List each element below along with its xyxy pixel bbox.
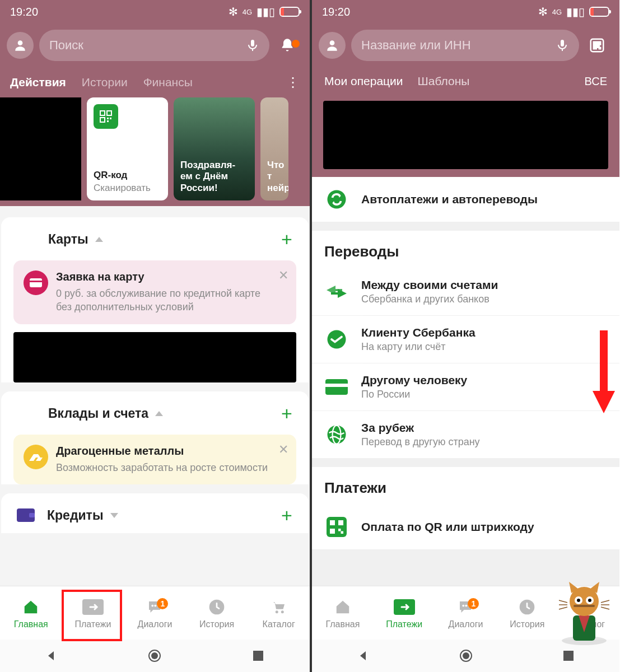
status-bar: 19:20 ✻ 4G ▮▮▯: [0, 0, 310, 24]
transfers-header: Переводы: [312, 231, 619, 268]
section-cards-header[interactable]: Карты +: [1, 228, 309, 260]
story-qr[interactable]: QR-код Сканировать: [87, 97, 168, 200]
tab-finances[interactable]: Финансы: [143, 76, 193, 89]
svg-point-22: [330, 40, 335, 45]
svg-rect-39: [330, 529, 335, 534]
chevron-down-icon: [110, 513, 118, 518]
svg-rect-33: [325, 384, 348, 387]
nav-home[interactable]: Главная: [315, 597, 371, 629]
story-neuro[interactable]: Что т нейро: [260, 97, 288, 200]
bottom-nav: Главная Платежи 1 Диалоги История Катало…: [0, 586, 310, 640]
search-field[interactable]: [39, 30, 269, 61]
promo-metals[interactable]: Драгоценные металлы Возможность заработа…: [13, 435, 296, 484]
transfer-own-accounts[interactable]: Между своими счетамиСбербанка и других б…: [312, 268, 619, 315]
nav-label: Платежи: [386, 619, 422, 629]
nav-payments[interactable]: Платежи: [65, 597, 121, 629]
all-button[interactable]: ВСЕ: [585, 75, 607, 88]
promo-text: Возможность заработать на росте стоимост…: [56, 461, 268, 474]
card-icon: [24, 270, 48, 295]
list-sub: По России: [361, 389, 467, 400]
status-indicators: ✻ 4G ▮▮▯: [538, 5, 609, 18]
section-credits: Кредиты +: [1, 493, 309, 533]
story-redacted[interactable]: [0, 97, 81, 200]
transfer-sber-client[interactable]: Клиенту СбербанкаНа карту или счёт: [312, 316, 619, 363]
header: 19:20 ✻ 4G ▮▮▯ Мои операции Шаблоны В: [312, 0, 619, 177]
svg-rect-9: [30, 281, 42, 282]
close-icon[interactable]: ✕: [278, 442, 288, 457]
tab-stories[interactable]: Истории: [82, 76, 128, 89]
add-deposit-button[interactable]: +: [278, 403, 295, 424]
system-nav: [0, 640, 310, 672]
search-input[interactable]: [361, 38, 550, 53]
profile-button[interactable]: [319, 32, 346, 59]
pay-by-qr[interactable]: Оплата по QR или штрихкоду: [312, 505, 619, 549]
sber-icon: [324, 327, 349, 352]
back-button[interactable]: [352, 645, 375, 667]
section-deposits-title: Вклады и счета: [48, 406, 148, 421]
stories-row: QR-код Сканировать Поздравля- ем с Днём …: [0, 97, 310, 206]
nav-catalog[interactable]: Каталог: [251, 597, 307, 629]
mic-icon[interactable]: [556, 39, 569, 52]
nav-label: Каталог: [263, 619, 295, 629]
svg-rect-38: [338, 520, 343, 525]
nav-home[interactable]: Главная: [3, 597, 59, 629]
search-field[interactable]: [351, 30, 579, 61]
back-button[interactable]: [40, 645, 63, 667]
svg-rect-8: [30, 278, 42, 287]
qr-icon: [94, 104, 118, 129]
chevron-up-icon: [95, 237, 103, 242]
nav-history[interactable]: История: [499, 597, 555, 629]
svg-rect-27: [594, 46, 596, 49]
add-credit-button[interactable]: +: [278, 505, 295, 526]
home-button[interactable]: [143, 645, 166, 667]
nav-payments[interactable]: Платежи: [376, 597, 432, 629]
tab-templates[interactable]: Шаблоны: [418, 74, 470, 88]
payments-header: Платежи: [312, 467, 619, 505]
recents-button[interactable]: [247, 645, 269, 667]
profile-button[interactable]: [7, 32, 34, 59]
tabs: Действия Истории Финансы ⋮: [0, 67, 310, 97]
notifications-button[interactable]: [275, 38, 300, 53]
svg-rect-2: [100, 111, 105, 115]
story-russia-day[interactable]: Поздравля- ем с Днём России!: [174, 97, 255, 200]
transfer-abroad[interactable]: За рубежПеревод в другую страну: [312, 411, 619, 458]
autopay-row[interactable]: Автоплатежи и автопереводы: [312, 177, 619, 222]
autopay-icon: [324, 187, 349, 212]
transfer-other-person[interactable]: Другому человекуПо России: [312, 363, 619, 410]
network-icon: 4G: [243, 8, 252, 16]
promo-title: Драгоценные металлы: [56, 445, 268, 458]
add-card-button[interactable]: +: [278, 228, 295, 250]
recents-button[interactable]: [557, 645, 580, 667]
svg-rect-23: [561, 40, 564, 46]
battery-icon: [589, 7, 609, 17]
nav-label: Диалоги: [449, 619, 483, 629]
svg-point-30: [328, 190, 346, 209]
section-deposits-header[interactable]: Вклады и счета +: [1, 403, 309, 435]
section-deposits: Вклады и счета + Драгоценные металлы Воз…: [1, 391, 309, 484]
nav-dialogs[interactable]: 1 Диалоги: [437, 597, 493, 629]
nav-dialogs[interactable]: 1 Диалоги: [127, 597, 183, 629]
clock-icon: [206, 597, 228, 617]
system-nav: [312, 640, 619, 672]
svg-rect-1: [251, 40, 254, 46]
close-icon[interactable]: ✕: [278, 268, 288, 283]
svg-rect-41: [341, 531, 344, 534]
search-input[interactable]: [49, 38, 240, 53]
cart-icon: [268, 597, 290, 617]
qr-scan-button[interactable]: [585, 37, 609, 54]
svg-rect-11: [29, 513, 35, 517]
section-credits-header[interactable]: Кредиты +: [1, 505, 309, 530]
promo-card-application[interactable]: Заявка на карту 0 руб. за обслуживание п…: [13, 260, 296, 324]
nav-catalog[interactable]: Каталог: [561, 597, 617, 629]
tab-my-operations[interactable]: Мои операции: [324, 74, 403, 88]
home-button[interactable]: [455, 645, 477, 667]
clock: 19:20: [322, 6, 350, 18]
nav-history[interactable]: История: [189, 597, 245, 629]
mic-icon[interactable]: [246, 39, 259, 52]
clock-icon: [516, 597, 538, 617]
svg-point-14: [155, 604, 157, 606]
tab-actions[interactable]: Действия: [10, 76, 66, 89]
more-icon[interactable]: ⋮: [286, 74, 300, 90]
svg-rect-40: [338, 529, 341, 531]
section-cards: Карты + Заявка на карту 0 руб. за обслуж…: [1, 217, 309, 382]
